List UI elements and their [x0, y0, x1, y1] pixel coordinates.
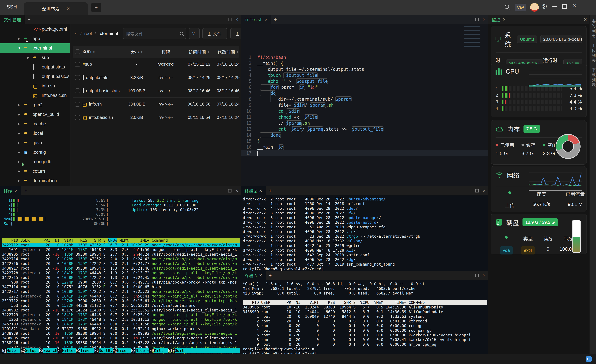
- strip-tab-上传列表[interactable]: 上传列表: [590, 44, 596, 64]
- code-line-17[interactable]: 17: [241, 150, 488, 156]
- column-header-1[interactable]: 名称▲▼: [83, 49, 124, 55]
- expand-icon[interactable]: [228, 18, 231, 21]
- expand-icon[interactable]: [228, 189, 231, 192]
- code-line-13[interactable]: 13 cat $dir/$param.stats >> $output_file: [241, 126, 488, 132]
- close-pane-icon[interactable]: ✕: [235, 18, 238, 22]
- tree-item-info.sh[interactable]: >_info.sh: [0, 81, 70, 91]
- tree-item-mongodb[interactable]: ▶mongodb: [0, 157, 70, 167]
- strip-tab-下载列表[interactable]: 下载列表: [590, 68, 596, 88]
- close-tab-icon[interactable]: ✕: [15, 189, 18, 193]
- search-input[interactable]: 搜索文件: [123, 28, 186, 39]
- editor-add-tab-button[interactable]: +: [271, 15, 280, 24]
- tree-item-.cache[interactable]: ▶.cache: [0, 119, 70, 129]
- close-pane-icon[interactable]: ✕: [482, 189, 486, 193]
- tree-arrow-icon[interactable]: ▶: [27, 56, 30, 59]
- close-pane-icon[interactable]: ✕: [482, 18, 486, 22]
- tree-arrow-icon[interactable]: ▶: [18, 132, 21, 135]
- close-tab-icon[interactable]: ✕: [503, 17, 506, 22]
- code-line-2[interactable]: 2__main() {: [241, 60, 488, 66]
- close-pane-icon[interactable]: ✕: [482, 274, 486, 277]
- terminal-add-tab-button[interactable]: +: [21, 186, 30, 195]
- minimize-button[interactable]: [552, 4, 557, 9]
- tab-file-manager[interactable]: 文件管理: [0, 15, 25, 24]
- close-pane-icon[interactable]: ✕: [235, 189, 238, 193]
- tree-item-.pm2[interactable]: ▶.pm2: [0, 100, 70, 110]
- terminal-status-icon[interactable]: >_: [586, 356, 592, 362]
- tab-terminal-1[interactable]: 终端 ✕: [0, 186, 21, 195]
- session-tab[interactable]: 深圳转发 ✕: [24, 2, 88, 15]
- tree-item-coturn[interactable]: ▶coturn: [0, 167, 70, 176]
- code-line-1[interactable]: 1#!/bin/bash: [241, 54, 488, 60]
- avatar[interactable]: [530, 3, 539, 12]
- code-line-8[interactable]: 8 dir=~/.xterminal/sub/$param: [241, 96, 488, 102]
- tree-arrow-icon[interactable]: ▶: [18, 160, 21, 164]
- tree-item-package.xml[interactable]: </>package.xml: [0, 24, 70, 34]
- close-tab-icon[interactable]: ✕: [259, 273, 262, 278]
- terminal-2-screen[interactable]: drwxr-xr-x 2 root root 4096 Dec 28 2022 …: [243, 197, 487, 270]
- upload-file-button[interactable]: ↑ 文件: [202, 28, 227, 39]
- expand-icon[interactable]: [476, 189, 479, 192]
- tree-arrow-icon[interactable]: ▶: [18, 103, 21, 107]
- column-header-4[interactable]: 访问时间▲▼: [182, 49, 216, 55]
- tree-arrow-icon[interactable]: ▼: [18, 47, 21, 50]
- tree-item-sub[interactable]: ▶sub: [0, 53, 70, 62]
- maximize-button[interactable]: [562, 4, 567, 9]
- terminal-1-screen[interactable]: 1[8.6%]2[9.5%]3[7.3%]4[6.0%]Mem[706M/7.5…: [2, 197, 240, 353]
- tree-item-.config[interactable]: ▶⚙.config: [0, 148, 70, 157]
- gear-icon[interactable]: ⚙: [542, 3, 548, 10]
- row-checkbox[interactable]: [75, 62, 80, 67]
- file-row-output.stats[interactable]: output.stats3.2KiBrw-r--r--08/17 14:2908…: [73, 71, 239, 84]
- tree-item-info.basic.sh[interactable]: >_info.basic.sh: [0, 91, 70, 100]
- terminal-add-tab-button[interactable]: +: [266, 271, 275, 280]
- file-manager-add-tab-button[interactable]: +: [25, 15, 34, 24]
- search-icon[interactable]: [505, 5, 509, 9]
- file-row-info.basic.sh[interactable]: >_info.basic.sh2.0KiBrw-r--r--08/11 16:5…: [73, 111, 239, 124]
- row-checkbox[interactable]: [75, 102, 80, 107]
- favorite-button[interactable]: ♡: [189, 28, 200, 39]
- session-tab-close-icon[interactable]: ✕: [66, 6, 70, 11]
- tree-item-app[interactable]: ▶⚙app: [0, 34, 70, 43]
- close-file-icon[interactable]: ✕: [265, 17, 267, 22]
- code-line-4[interactable]: 4 touch $output_file: [241, 72, 488, 78]
- tree-arrow-icon[interactable]: ▶: [18, 122, 21, 126]
- code-line-12[interactable]: 12 ./$param.sh: [241, 120, 488, 126]
- tree-item-output.basic.s[interactable]: output.basic.s: [0, 72, 70, 81]
- row-checkbox[interactable]: [75, 115, 80, 120]
- code-line-11[interactable]: 11 chmod +x $file: [241, 114, 488, 120]
- htop-selected-row[interactable]: 3422712 root 20 0 1028M 159M 47252 S 16.…: [2, 243, 240, 247]
- tree-item-.java[interactable]: ▶.java: [0, 138, 70, 148]
- terminal-add-tab-button[interactable]: +: [266, 186, 275, 195]
- tree-item-output.stats[interactable]: output.stats: [0, 62, 70, 72]
- file-row-info.sh[interactable]: >_info.sh334.0BiBrw-r--r--08/16 16:5607/…: [73, 98, 239, 111]
- code-line-9[interactable]: 9 file=$dir/$param.sh: [241, 102, 488, 108]
- code-line-15[interactable]: 15}: [241, 138, 488, 144]
- file-row-output.basic.stats[interactable]: output.basic.stats199.0BiBrw-r--r--08/12…: [73, 84, 239, 98]
- strip-tab-书签列表[interactable]: 书签列表: [590, 19, 596, 39]
- code-line-16[interactable]: 16__main $@: [241, 144, 488, 150]
- code-editor[interactable]: 1#!/bin/bash2__main() {3 output_file=~/.…: [241, 24, 488, 186]
- new-session-tab-button[interactable]: +: [91, 3, 101, 12]
- tab-terminal-2[interactable]: 终端 2 ✕: [241, 186, 266, 195]
- tree-item-.local[interactable]: ▶.local: [0, 129, 70, 138]
- breadcrumb[interactable]: ⌂ / root / .xterminal: [75, 31, 118, 36]
- code-line-10[interactable]: 10 cd $dir: [241, 108, 488, 114]
- expand-icon[interactable]: [476, 274, 479, 277]
- tree-arrow-icon[interactable]: ▶: [18, 37, 21, 40]
- code-line-7[interactable]: 7 do: [241, 90, 488, 96]
- tree-arrow-icon[interactable]: ▶: [18, 113, 21, 116]
- tree-arrow-icon[interactable]: ▶: [18, 151, 21, 154]
- tree-item-.xterminal[interactable]: ▼.xterminal: [0, 43, 70, 53]
- terminal-3-screen[interactable]: %Cpu(s): 1.6 us, 1.6 sy, 0.0 ni, 96.8 id…: [243, 282, 487, 353]
- expand-icon[interactable]: [476, 18, 479, 21]
- close-button[interactable]: ×: [573, 2, 576, 9]
- close-pane-icon[interactable]: ✕: [584, 18, 587, 22]
- column-header-3[interactable]: 权限: [149, 49, 182, 55]
- row-checkbox[interactable]: [75, 75, 80, 80]
- tab-terminal-3[interactable]: 终端 3 ✕: [241, 271, 266, 280]
- close-tab-icon[interactable]: ✕: [259, 189, 262, 193]
- tab-monitor[interactable]: 监控 ✕: [488, 15, 509, 24]
- upload-folder-button[interactable]: ↑ 文件夹: [230, 28, 241, 39]
- code-line-3[interactable]: 3 output_file=~/.xterminal/output.stats: [241, 66, 488, 72]
- tab-editor-file[interactable]: info.sh ✕: [241, 15, 271, 24]
- file-row-sub[interactable]: sub-rwxr-xr-x07/25 11:1307/18 16:24: [73, 58, 239, 71]
